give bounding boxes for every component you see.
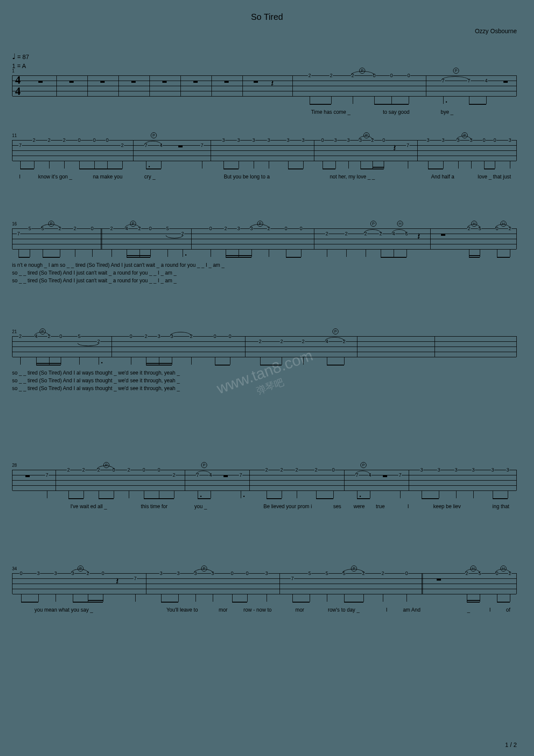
fret: 2 (67, 468, 70, 472)
whole-rest (193, 81, 198, 83)
lyrics-row: you mean what you say _ You'll leave to … (12, 607, 517, 614)
tab-system-6: 34 0 3 3 3 2 0 7 P 3 3 3 3 0 0 3 P (12, 573, 517, 614)
tab-staff: 7 2 2 2 0 2 0 0 2 P 7 4 7 P 2 2 2 2 0 (12, 470, 517, 490)
fret: 2 (82, 468, 85, 472)
fret: 3 (426, 138, 430, 142)
fret: 3 (454, 468, 458, 472)
bar-number: 1 (12, 69, 15, 73)
fret: 0 (407, 73, 410, 78)
fret: 0 (493, 138, 497, 142)
fret: 3 (159, 571, 163, 575)
fret: 0 (482, 138, 486, 142)
fret: 3 (334, 138, 337, 142)
fret: 3 (267, 138, 270, 142)
fret: 2 (47, 138, 51, 142)
half-rest (503, 81, 508, 83)
lyrics-block: so _ _ tired (So Tired) And I al ways th… (12, 370, 517, 393)
whole-rest (69, 81, 74, 83)
fret: 5 (166, 226, 169, 231)
fret: 7 (406, 143, 410, 147)
fret: 0 (230, 571, 234, 575)
fret: 0 (129, 334, 133, 338)
fret: 2 (258, 339, 262, 344)
fret: 3 (301, 138, 305, 142)
fret: 2 (121, 143, 124, 147)
fret: 2 (110, 226, 113, 231)
fret: 0 (149, 226, 152, 231)
fret: 3 (222, 138, 225, 142)
fret: 7 (17, 231, 20, 236)
fret: 0 (142, 468, 146, 472)
fret: 7 (200, 143, 204, 147)
song-title: So Tired (0, 12, 534, 22)
fret: 2 (280, 468, 283, 472)
fret: 3 (37, 571, 40, 575)
fret: 2 (381, 571, 385, 575)
fret: 2 (329, 73, 333, 78)
bar-number: 11 (12, 133, 17, 138)
fret: 0 (284, 226, 288, 231)
fret: 4 (484, 78, 488, 83)
fret: 0 (332, 468, 335, 472)
fret: 5 (325, 571, 329, 575)
bar-number: 34 (12, 566, 17, 571)
fret: 3 (252, 138, 255, 142)
lyrics-row: Time has come _ to say good bye _ (12, 109, 517, 116)
fret: 2 (325, 231, 329, 236)
hammer-on-icon: H (397, 221, 403, 227)
lyrics-block: is n't e nough _ I am so _ _ tired (So T… (12, 262, 517, 285)
fret: 5 (308, 571, 311, 575)
half-rest (437, 578, 441, 581)
pull-off-icon: P (453, 68, 459, 74)
fret: 7 (19, 143, 22, 147)
fret: 0 (382, 138, 385, 142)
composer: Ozzy Osbourne (475, 28, 517, 34)
fret: 2 (73, 226, 77, 231)
fret: 2 (295, 468, 298, 472)
page-number: 1 / 2 (505, 741, 517, 748)
fret: 0 (19, 571, 23, 575)
fret: 3 (420, 468, 423, 472)
fret: 3 (237, 138, 240, 142)
fret: 0 (90, 226, 94, 231)
fret: 2 (62, 138, 66, 142)
fret: 3 (157, 334, 161, 338)
pull-off-icon: P (201, 462, 207, 468)
fret: 5 (78, 334, 81, 338)
half-rest (224, 475, 228, 477)
tab-staff: 7 5 5 2 2 0 P 2 4 2 0 5 2 P 0 2 3 3 2 0 … (12, 228, 517, 249)
fret: 3 (491, 468, 494, 472)
pull-off-icon: P (370, 221, 376, 227)
fret: 0 (321, 138, 324, 142)
fret: 3 (437, 468, 441, 472)
whole-rest (100, 81, 105, 83)
fret: 0 (209, 226, 212, 231)
fret: 2 (314, 468, 318, 472)
fret: 0 (93, 138, 96, 142)
half-rest (441, 234, 445, 236)
half-rest (254, 81, 258, 83)
fret: 7 (291, 576, 294, 581)
half-rest (178, 145, 183, 147)
fret: 7 (398, 473, 402, 477)
lyrics-row: I know it's gon _ na make you cry _ But … (12, 174, 517, 181)
tempo-marking: = 87 (12, 52, 29, 61)
fret: 3 (441, 138, 445, 142)
tab-system-5: 28 7 2 2 2 0 2 0 0 2 P 7 4 7 P (12, 470, 517, 510)
fret: 2 (144, 334, 148, 338)
lyrics-row: I've wait ed all _ this time for you _ B… (12, 503, 517, 510)
fret: 0 (245, 571, 249, 575)
bar-number: 21 (12, 329, 17, 334)
fret: 2 (265, 468, 268, 472)
fret: 3 (54, 571, 57, 575)
fret: 3 (237, 226, 240, 231)
fret: 2 (172, 473, 176, 477)
pull-off-icon: P (360, 462, 366, 468)
tab-staff: 0 3 3 3 2 0 7 P 3 3 3 3 0 0 3 P 7 5 5 5 (12, 573, 517, 594)
fret: 7 (45, 473, 49, 477)
tab-staff: 7 2 2 2 0 0 0 2 7 4 7 P 3 3 3 3 3 3 0 3 (12, 140, 517, 161)
whole-rest (131, 81, 136, 83)
tab-system-1: 1 44 2 2 2 0 0 0 P (12, 75, 517, 116)
tab-system-2: 11 7 2 2 2 0 0 0 2 7 4 7 P 3 3 3 3 3 (12, 140, 517, 181)
fret: 2 (19, 334, 22, 338)
